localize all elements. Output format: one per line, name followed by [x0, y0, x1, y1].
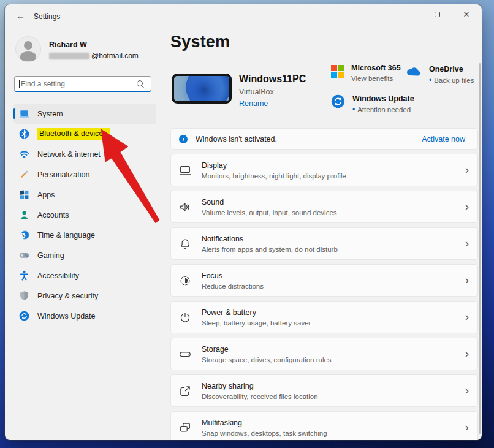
user-name: Richard W	[49, 40, 87, 49]
power-icon	[178, 311, 192, 324]
device-thumbnail	[172, 74, 232, 104]
status-bullet: •	[352, 105, 355, 114]
row-title: Nearby sharing	[202, 382, 318, 390]
settings-row-sound[interactable]: Sound Volume levels, output, input, soun…	[170, 191, 478, 223]
activate-now-link[interactable]: Activate now	[422, 135, 465, 143]
search-input[interactable]	[21, 77, 131, 91]
sidebar-item-label: System	[37, 110, 63, 118]
sidebar-item-label: Gaming	[37, 251, 64, 260]
avatar-body	[20, 51, 36, 61]
sidebar-item-windows-update[interactable]: Windows Update	[13, 306, 156, 326]
settings-row-display[interactable]: Display Monitors, brightness, night ligh…	[170, 154, 478, 186]
row-subtitle: Alerts from apps and system, do not dist…	[202, 246, 338, 253]
sidebar-item-accessibility[interactable]: Accessibility	[13, 265, 156, 286]
search-icon[interactable]	[137, 80, 145, 88]
microsoft-logo-icon	[331, 65, 344, 78]
bluetooth-icon	[19, 129, 29, 139]
sidebar-item-time-language[interactable]: Time & language	[13, 225, 156, 245]
redacted-email-box	[49, 53, 89, 59]
row-title: Sound	[202, 198, 337, 207]
bell-icon	[178, 237, 192, 251]
close-button[interactable]: ✕	[458, 6, 474, 24]
sidebar-item-apps[interactable]: Apps	[13, 184, 156, 205]
sidebar-item-label: Windows Update	[37, 312, 96, 321]
sidebar-item-label: Apps	[37, 191, 55, 199]
chevron-right-icon: ›	[465, 237, 469, 251]
text-caret	[19, 80, 20, 88]
sidebar-item-privacy-security[interactable]: Privacy & security	[13, 286, 156, 306]
chevron-right-icon: ›	[465, 200, 469, 214]
row-title: Storage	[202, 345, 332, 354]
banner-message: Windows isn't activated.	[196, 135, 277, 143]
sidebar-item-accounts[interactable]: Accounts	[13, 205, 156, 225]
chevron-right-icon: ›	[465, 347, 469, 361]
back-icon[interactable]: ←	[16, 10, 25, 21]
chevron-right-icon: ›	[465, 274, 469, 287]
sidebar-item-label: Network & internet	[37, 150, 101, 159]
gamepad-icon	[19, 250, 29, 260]
sidebar-item-personalization[interactable]: Personalization	[13, 164, 156, 184]
sidebar-item-gaming[interactable]: Gaming	[13, 245, 156, 265]
quick-link-windows-update[interactable]: Windows Update •Attention needed	[331, 94, 414, 114]
selection-indicator	[13, 108, 15, 119]
sidebar-item-system[interactable]: System	[13, 104, 156, 124]
row-subtitle: Reduce distractions	[202, 283, 264, 290]
avatar-head	[24, 41, 32, 50]
sidebar-item-network-internet[interactable]: Network & internet	[13, 144, 156, 164]
activation-banner: i Windows isn't activated. Activate now	[170, 128, 478, 150]
speaker-icon	[178, 200, 192, 214]
sidebar-item-label: Accessibility	[37, 271, 79, 280]
maximize-button[interactable]	[429, 6, 445, 24]
quick-link-title: OneDrive	[429, 65, 474, 74]
row-subtitle: Storage space, drives, configuration rul…	[202, 356, 332, 363]
user-email-row: @hotmail.com	[49, 51, 139, 60]
shield-icon	[19, 290, 29, 301]
row-title: Power & battery	[202, 308, 311, 317]
sidebar-item-label: Privacy & security	[37, 292, 98, 300]
status-bullet: •	[429, 76, 431, 85]
display-icon	[178, 164, 192, 177]
share-icon	[178, 384, 192, 398]
focus-icon	[178, 274, 192, 287]
clock-globe-icon	[19, 230, 29, 240]
row-subtitle: Discoverability, received files location	[202, 393, 318, 400]
settings-row-storage[interactable]: Storage Storage space, drives, configura…	[170, 338, 478, 370]
settings-list: Display Monitors, brightness, night ligh…	[170, 154, 478, 440]
wifi-icon	[19, 149, 29, 159]
device-model: VirtualBox	[239, 88, 306, 96]
chevron-right-icon: ›	[465, 164, 469, 177]
chevron-right-icon: ›	[465, 311, 469, 324]
quick-link-title: Windows Update	[352, 94, 414, 103]
quick-link-microsoft365[interactable]: Microsoft 365 View benefits	[331, 64, 401, 82]
minimize-button[interactable]: —	[400, 6, 416, 24]
avatar[interactable]	[15, 36, 41, 62]
info-icon: i	[179, 135, 188, 143]
search-box[interactable]	[14, 76, 151, 92]
settings-row-nearby-sharing[interactable]: Nearby sharing Discoverability, received…	[170, 374, 478, 407]
chevron-right-icon: ›	[465, 384, 469, 398]
maximize-icon	[435, 12, 440, 17]
scrollbar[interactable]	[479, 63, 481, 434]
row-title: Display	[202, 161, 346, 170]
row-subtitle: Monitors, brightness, night light, displ…	[202, 172, 346, 180]
settings-row-power-battery[interactable]: Power & battery Sleep, battery usage, ba…	[170, 301, 478, 333]
rename-link[interactable]: Rename	[239, 99, 306, 108]
sidebar-item-bluetooth-devices[interactable]: Bluetooth & devices	[13, 124, 156, 144]
sidebar-item-label-highlighted: Bluetooth & devices	[37, 128, 110, 140]
settings-row-multitasking[interactable]: Multitasking Snap windows, desktops, tas…	[170, 411, 478, 440]
settings-row-notifications[interactable]: Notifications Alerts from apps and syste…	[170, 227, 478, 260]
quick-link-onedrive[interactable]: OneDrive •Back up files	[405, 65, 474, 85]
row-title: Focus	[202, 271, 264, 280]
sidebar-item-label: Accounts	[37, 211, 69, 219]
multitask-windows-icon	[178, 421, 192, 435]
update-icon	[19, 311, 29, 321]
sidebar-item-label: Time & language	[37, 231, 95, 240]
brush-icon	[19, 169, 29, 180]
settings-window: ← Settings — ✕ Richard W @hotmail.com Sy…	[5, 4, 482, 440]
settings-row-focus[interactable]: Focus Reduce distractions ›	[170, 264, 478, 297]
sidebar-nav: System Bluetooth & devices Network & int…	[13, 104, 156, 326]
apps-icon	[19, 189, 29, 200]
device-info: Windows11PC VirtualBox Rename	[239, 74, 306, 108]
titlebar: ← Settings — ✕	[5, 4, 482, 29]
drive-icon	[178, 347, 192, 361]
